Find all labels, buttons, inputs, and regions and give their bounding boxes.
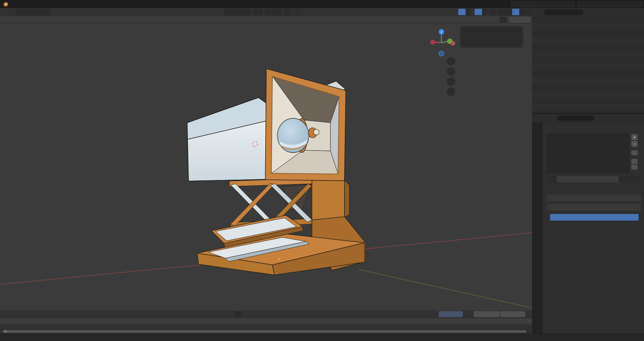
move-slot-up-button[interactable] (631, 159, 638, 164)
zoom-view-button[interactable] (447, 57, 455, 65)
properties-search-input[interactable] (557, 115, 594, 121)
proportional-falloff-dropdown[interactable] (291, 9, 301, 15)
material-datablock-row (547, 176, 641, 182)
viewport-header (0, 8, 532, 16)
viewlayer-selector[interactable] (577, 1, 643, 7)
shading-mode-buttons (497, 9, 532, 15)
timeline-ruler[interactable] (0, 318, 532, 325)
material-specials-dropdown[interactable] (631, 150, 638, 155)
timeline-editor: ‹ (0, 310, 532, 334)
overlays-toggle-group (475, 9, 487, 15)
outliner-search-input[interactable] (544, 9, 584, 15)
transform-panel-message (461, 35, 523, 40)
auto-keying-group (235, 311, 242, 317)
shading-wireframe-button[interactable] (497, 9, 504, 15)
properties-body: + − (543, 123, 644, 334)
show-overlays-toggle[interactable] (475, 9, 482, 15)
remove-material-slot-button[interactable]: − (631, 141, 638, 147)
material-browse-dropdown[interactable] (547, 176, 557, 182)
snap-to-symmetry-button[interactable] (499, 17, 507, 23)
preview-panel-header[interactable] (547, 194, 641, 202)
transform-panel-header[interactable] (461, 26, 523, 35)
blender-logo-icon[interactable] (3, 1, 8, 7)
properties-header (532, 114, 644, 123)
properties-tab-strip (532, 123, 543, 334)
fake-user-button[interactable] (619, 176, 625, 182)
shading-material-button[interactable] (512, 9, 519, 15)
options-dropdown[interactable] (509, 17, 530, 23)
shading-solid-button[interactable] (505, 9, 512, 15)
properties-editor: + − (532, 114, 644, 334)
svg-text:Z: Z (440, 31, 442, 34)
camera-view-button[interactable] (447, 77, 455, 86)
timeline-scrollbar[interactable] (3, 330, 529, 333)
gizmo-toggle-group (458, 9, 471, 15)
auto-keying-toggle[interactable] (235, 311, 241, 317)
material-slot-list (547, 133, 629, 173)
outliner-editor (532, 8, 644, 113)
mode-dropdown[interactable] (15, 9, 50, 15)
selectability-dropdown[interactable] (446, 9, 457, 15)
gizmo-x-axis[interactable] (450, 41, 455, 46)
snap-toggle[interactable] (264, 9, 271, 15)
shading-dropdown[interactable] (527, 9, 532, 15)
blender-window: Z (0, 0, 644, 341)
scene-copy-button[interactable] (562, 1, 568, 7)
surface-panel-header[interactable] (547, 204, 641, 211)
navigation-gizmo[interactable]: Z (426, 26, 463, 63)
scrollbar-zoom-handle[interactable] (4, 330, 7, 333)
frame-end-field[interactable] (500, 311, 525, 317)
xray-toggle[interactable] (489, 9, 496, 15)
outliner-tree (532, 17, 644, 113)
orthographic-toggle-button[interactable] (447, 88, 455, 96)
move-slot-down-button[interactable] (631, 165, 638, 170)
show-gizmo-toggle[interactable] (458, 9, 466, 15)
gizmo-z-neg-axis[interactable] (439, 51, 444, 56)
unlink-material-button[interactable] (632, 176, 639, 182)
tool-settings-bar (0, 16, 532, 24)
use-nodes-button[interactable] (550, 214, 639, 221)
transform-orientation-dropdown[interactable] (224, 9, 251, 15)
collapse-arrow[interactable]: ‹ (529, 319, 530, 323)
pivot-point-dropdown[interactable] (253, 9, 263, 15)
snap-settings-dropdown[interactable] (271, 9, 281, 15)
3d-viewport-canvas[interactable] (0, 24, 532, 310)
3d-viewport[interactable]: Z (0, 24, 532, 310)
viewlayer-remove-button[interactable] (636, 1, 642, 7)
proportional-edit-toggle[interactable] (284, 9, 290, 15)
pan-view-button[interactable] (447, 67, 455, 76)
current-frame-field[interactable] (439, 311, 463, 317)
scene-selector[interactable] (511, 1, 575, 7)
material-name-field[interactable] (557, 176, 615, 182)
gizmo-x-neg-axis[interactable] (430, 40, 435, 45)
timeline-track[interactable] (0, 325, 532, 330)
missile-housing-model (187, 69, 366, 275)
outliner-header (532, 8, 644, 17)
axis-y-line (359, 270, 532, 308)
frame-start-field[interactable] (474, 311, 499, 317)
overlays-dropdown[interactable] (482, 9, 487, 15)
top-bar (0, 0, 644, 8)
right-column: + − (532, 8, 644, 334)
viewlayer-copy-button[interactable] (630, 1, 636, 7)
gizmo-dropdown[interactable] (466, 9, 471, 15)
shading-rendered-button[interactable] (520, 9, 527, 15)
timeline-header (0, 310, 532, 318)
status-bar (0, 334, 644, 341)
transform-panel (461, 26, 523, 47)
material-action-buttons (547, 184, 641, 190)
scene-unlink-button[interactable] (568, 1, 574, 7)
new-material-button[interactable] (625, 176, 632, 182)
material-users-count[interactable] (615, 176, 619, 182)
add-material-slot-button[interactable]: + (631, 134, 638, 140)
